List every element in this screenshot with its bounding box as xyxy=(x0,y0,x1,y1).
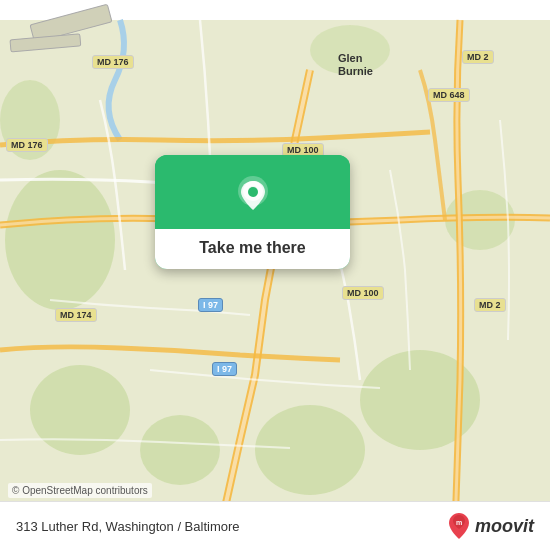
moovit-logo: m moovit xyxy=(447,512,534,540)
take-me-there-button[interactable]: Take me there xyxy=(199,239,305,256)
map-attribution: © OpenStreetMap contributors xyxy=(8,483,152,498)
address-label: 313 Luther Rd, Washington / Baltimore xyxy=(16,519,240,534)
take-me-there-card[interactable]: Take me there xyxy=(155,155,350,269)
road-label-md176-2: MD 176 xyxy=(6,138,48,152)
bottom-bar: 313 Luther Rd, Washington / Baltimore m … xyxy=(0,501,550,550)
svg-text:m: m xyxy=(456,519,462,526)
map-background xyxy=(0,0,550,550)
road-label-md2-2: MD 2 xyxy=(474,298,506,312)
card-icon-area xyxy=(155,155,350,229)
svg-point-1 xyxy=(5,170,115,310)
road-label-i97-2: I 97 xyxy=(212,362,237,376)
road-label-i97-1: I 97 xyxy=(198,298,223,312)
map-container: MD 176 MD 176 MD 100 MD 100 MD 2 MD 2 MD… xyxy=(0,0,550,550)
svg-point-4 xyxy=(140,415,220,485)
svg-point-14 xyxy=(248,187,258,197)
city-label-glen-burnie: GlenBurnie xyxy=(338,52,373,78)
road-label-md648: MD 648 xyxy=(428,88,470,102)
location-pin-icon xyxy=(231,173,275,217)
road-label-md174: MD 174 xyxy=(55,308,97,322)
svg-point-5 xyxy=(255,405,365,495)
road-label-md100-2: MD 100 xyxy=(342,286,384,300)
road-label-md176-1: MD 176 xyxy=(92,55,134,69)
road-label-md2-1: MD 2 xyxy=(462,50,494,64)
moovit-pin-icon: m xyxy=(447,512,471,540)
svg-point-3 xyxy=(30,365,130,455)
card-label-area[interactable]: Take me there xyxy=(155,229,350,269)
moovit-wordmark: moovit xyxy=(475,516,534,537)
